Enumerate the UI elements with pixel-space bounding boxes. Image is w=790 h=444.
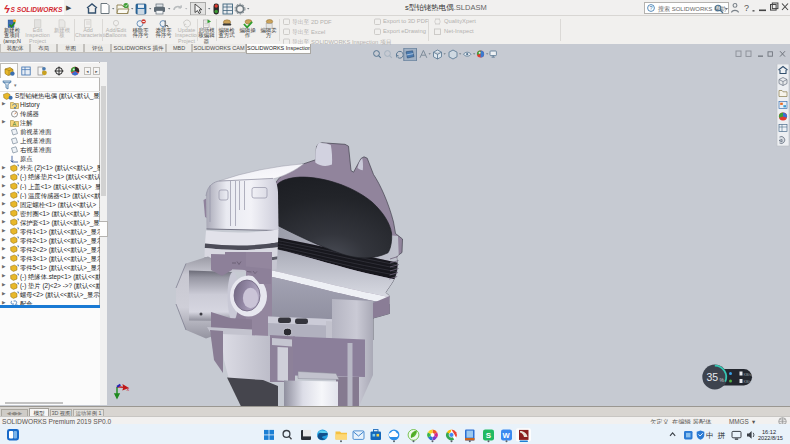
svg-text:A: A [13,121,17,127]
svg-text:ϟ: ϟ [4,3,10,15]
svg-text:%: % [720,377,725,383]
svg-text:S SOLIDWORKS: S SOLIDWORKS [11,5,63,14]
svg-text:35: 35 [707,371,719,383]
svg-text:KB/s: KB/s [744,373,752,377]
svg-text:W: W [503,431,511,440]
svg-text:16:12: 16:12 [762,429,776,435]
svg-text:中: 中 [706,431,714,440]
svg-text:?: ? [744,3,749,13]
svg-text:拼: 拼 [718,431,726,440]
svg-text:S: S [486,431,492,440]
svg-text:x: x [127,386,130,392]
svg-text:2022/8/15: 2022/8/15 [758,435,783,441]
svg-text:?: ? [649,5,652,11]
svg-text:KB/s: KB/s [744,380,752,384]
